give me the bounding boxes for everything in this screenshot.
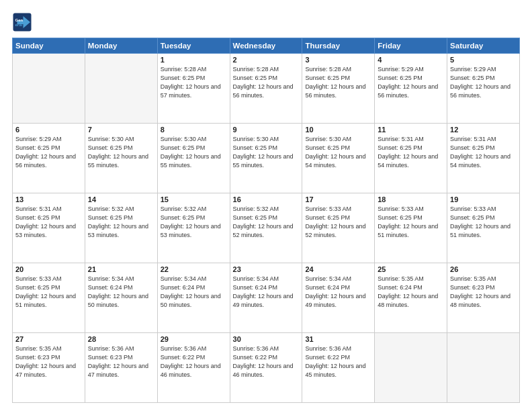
cell-info: Sunrise: 5:31 AMSunset: 6:25 PMDaylight:… bbox=[15, 205, 82, 240]
day-cell: 31Sunrise: 5:36 AMSunset: 6:22 PMDayligh… bbox=[302, 333, 375, 403]
cell-info: Sunrise: 5:29 AMSunset: 6:25 PMDaylight:… bbox=[378, 65, 444, 100]
cell-info: Sunrise: 5:31 AMSunset: 6:25 PMDaylight:… bbox=[378, 135, 444, 170]
week-row-1: 1Sunrise: 5:28 AMSunset: 6:25 PMDaylight… bbox=[13, 54, 520, 124]
cell-info: Sunrise: 5:34 AMSunset: 6:24 PMDaylight:… bbox=[305, 275, 371, 310]
week-row-4: 20Sunrise: 5:33 AMSunset: 6:25 PMDayligh… bbox=[13, 263, 520, 333]
day-cell: 12Sunrise: 5:31 AMSunset: 6:25 PMDayligh… bbox=[447, 124, 520, 193]
cell-info: Sunrise: 5:29 AMSunset: 6:25 PMDaylight:… bbox=[450, 65, 517, 100]
svg-text:eral: eral bbox=[15, 23, 23, 27]
cell-info: Sunrise: 5:36 AMSunset: 6:22 PMDaylight:… bbox=[233, 345, 300, 379]
cell-info: Sunrise: 5:31 AMSunset: 6:25 PMDaylight:… bbox=[450, 135, 517, 170]
cell-info: Sunrise: 5:34 AMSunset: 6:24 PMDaylight:… bbox=[233, 275, 300, 310]
cell-info: Sunrise: 5:34 AMSunset: 6:24 PMDaylight:… bbox=[88, 275, 154, 310]
day-cell: 30Sunrise: 5:36 AMSunset: 6:22 PMDayligh… bbox=[230, 333, 302, 403]
day-number: 18 bbox=[378, 195, 444, 203]
day-cell: 21Sunrise: 5:34 AMSunset: 6:24 PMDayligh… bbox=[85, 263, 157, 333]
day-cell: 16Sunrise: 5:32 AMSunset: 6:25 PMDayligh… bbox=[230, 193, 302, 263]
day-cell: 3Sunrise: 5:28 AMSunset: 6:25 PMDaylight… bbox=[302, 54, 375, 124]
col-header-friday: Friday bbox=[375, 38, 447, 54]
week-row-3: 13Sunrise: 5:31 AMSunset: 6:25 PMDayligh… bbox=[13, 193, 520, 263]
day-cell: 19Sunrise: 5:33 AMSunset: 6:25 PMDayligh… bbox=[447, 193, 520, 263]
day-cell: 28Sunrise: 5:36 AMSunset: 6:23 PMDayligh… bbox=[85, 333, 157, 403]
cell-info: Sunrise: 5:33 AMSunset: 6:25 PMDaylight:… bbox=[450, 205, 517, 240]
week-row-5: 27Sunrise: 5:35 AMSunset: 6:23 PMDayligh… bbox=[13, 333, 520, 403]
day-number: 9 bbox=[233, 126, 300, 134]
day-number: 19 bbox=[450, 195, 517, 203]
cell-info: Sunrise: 5:35 AMSunset: 6:23 PMDaylight:… bbox=[15, 345, 82, 379]
day-number: 11 bbox=[378, 126, 444, 134]
day-number: 12 bbox=[450, 126, 517, 134]
day-number: 29 bbox=[161, 335, 227, 343]
col-header-saturday: Saturday bbox=[447, 38, 520, 54]
cell-info: Sunrise: 5:30 AMSunset: 6:25 PMDaylight:… bbox=[305, 135, 371, 170]
cell-info: Sunrise: 5:33 AMSunset: 6:25 PMDaylight:… bbox=[305, 205, 371, 240]
day-number: 7 bbox=[88, 126, 154, 134]
cell-info: Sunrise: 5:32 AMSunset: 6:25 PMDaylight:… bbox=[233, 205, 300, 240]
day-cell: 29Sunrise: 5:36 AMSunset: 6:22 PMDayligh… bbox=[157, 333, 230, 403]
col-header-thursday: Thursday bbox=[302, 38, 375, 54]
day-cell: 24Sunrise: 5:34 AMSunset: 6:24 PMDayligh… bbox=[302, 263, 375, 333]
day-cell: 18Sunrise: 5:33 AMSunset: 6:25 PMDayligh… bbox=[375, 193, 447, 263]
day-number: 21 bbox=[88, 265, 154, 273]
week-row-2: 6Sunrise: 5:29 AMSunset: 6:25 PMDaylight… bbox=[13, 124, 520, 193]
day-cell: 26Sunrise: 5:35 AMSunset: 6:23 PMDayligh… bbox=[447, 263, 520, 333]
day-number: 26 bbox=[450, 265, 517, 273]
day-number: 14 bbox=[88, 195, 154, 203]
day-number: 23 bbox=[233, 265, 300, 273]
day-cell: 25Sunrise: 5:35 AMSunset: 6:24 PMDayligh… bbox=[375, 263, 447, 333]
day-number: 22 bbox=[161, 265, 227, 273]
day-number: 20 bbox=[15, 265, 82, 273]
day-number: 4 bbox=[378, 56, 444, 64]
day-number: 31 bbox=[305, 335, 371, 343]
day-number: 24 bbox=[305, 265, 371, 273]
cell-info: Sunrise: 5:35 AMSunset: 6:23 PMDaylight:… bbox=[450, 275, 517, 310]
day-cell: 5Sunrise: 5:29 AMSunset: 6:25 PMDaylight… bbox=[447, 54, 520, 124]
day-cell bbox=[375, 333, 447, 403]
day-number: 10 bbox=[305, 126, 371, 134]
header: Gen eral bbox=[12, 12, 520, 32]
cell-info: Sunrise: 5:34 AMSunset: 6:24 PMDaylight:… bbox=[161, 275, 227, 310]
cell-info: Sunrise: 5:28 AMSunset: 6:25 PMDaylight:… bbox=[161, 65, 227, 100]
day-number: 16 bbox=[233, 195, 300, 203]
cell-info: Sunrise: 5:28 AMSunset: 6:25 PMDaylight:… bbox=[233, 65, 300, 100]
svg-text:Gen: Gen bbox=[15, 18, 24, 22]
day-cell bbox=[13, 54, 85, 124]
day-cell: 2Sunrise: 5:28 AMSunset: 6:25 PMDaylight… bbox=[230, 54, 302, 124]
cell-info: Sunrise: 5:28 AMSunset: 6:25 PMDaylight:… bbox=[305, 65, 371, 100]
cell-info: Sunrise: 5:36 AMSunset: 6:22 PMDaylight:… bbox=[305, 345, 371, 379]
day-number: 13 bbox=[15, 195, 82, 203]
day-cell: 15Sunrise: 5:32 AMSunset: 6:25 PMDayligh… bbox=[157, 193, 230, 263]
day-cell: 14Sunrise: 5:32 AMSunset: 6:25 PMDayligh… bbox=[85, 193, 157, 263]
cell-info: Sunrise: 5:30 AMSunset: 6:25 PMDaylight:… bbox=[161, 135, 227, 170]
logo: Gen eral bbox=[12, 12, 35, 32]
day-cell: 9Sunrise: 5:30 AMSunset: 6:25 PMDaylight… bbox=[230, 124, 302, 193]
day-cell: 23Sunrise: 5:34 AMSunset: 6:24 PMDayligh… bbox=[230, 263, 302, 333]
cell-info: Sunrise: 5:36 AMSunset: 6:22 PMDaylight:… bbox=[161, 345, 227, 379]
cell-info: Sunrise: 5:32 AMSunset: 6:25 PMDaylight:… bbox=[161, 205, 227, 240]
day-cell: 7Sunrise: 5:30 AMSunset: 6:25 PMDaylight… bbox=[85, 124, 157, 193]
cell-info: Sunrise: 5:35 AMSunset: 6:24 PMDaylight:… bbox=[378, 275, 444, 310]
day-number: 15 bbox=[161, 195, 227, 203]
day-cell: 4Sunrise: 5:29 AMSunset: 6:25 PMDaylight… bbox=[375, 54, 447, 124]
day-number: 1 bbox=[161, 56, 227, 64]
col-header-tuesday: Tuesday bbox=[157, 38, 230, 54]
day-number: 25 bbox=[378, 265, 444, 273]
day-cell: 27Sunrise: 5:35 AMSunset: 6:23 PMDayligh… bbox=[13, 333, 85, 403]
day-cell: 22Sunrise: 5:34 AMSunset: 6:24 PMDayligh… bbox=[157, 263, 230, 333]
day-number: 6 bbox=[15, 126, 82, 134]
day-cell bbox=[447, 333, 520, 403]
day-cell: 8Sunrise: 5:30 AMSunset: 6:25 PMDaylight… bbox=[157, 124, 230, 193]
cell-info: Sunrise: 5:30 AMSunset: 6:25 PMDaylight:… bbox=[88, 135, 154, 170]
day-number: 8 bbox=[161, 126, 227, 134]
day-cell bbox=[85, 54, 157, 124]
day-number: 5 bbox=[450, 56, 517, 64]
cell-info: Sunrise: 5:33 AMSunset: 6:25 PMDaylight:… bbox=[15, 275, 82, 310]
cell-info: Sunrise: 5:33 AMSunset: 6:25 PMDaylight:… bbox=[378, 205, 444, 240]
day-cell: 10Sunrise: 5:30 AMSunset: 6:25 PMDayligh… bbox=[302, 124, 375, 193]
day-number: 27 bbox=[15, 335, 82, 343]
cell-info: Sunrise: 5:36 AMSunset: 6:23 PMDaylight:… bbox=[88, 345, 154, 379]
day-cell: 1Sunrise: 5:28 AMSunset: 6:25 PMDaylight… bbox=[157, 54, 230, 124]
day-cell: 20Sunrise: 5:33 AMSunset: 6:25 PMDayligh… bbox=[13, 263, 85, 333]
day-number: 2 bbox=[233, 56, 300, 64]
day-number: 17 bbox=[305, 195, 371, 203]
